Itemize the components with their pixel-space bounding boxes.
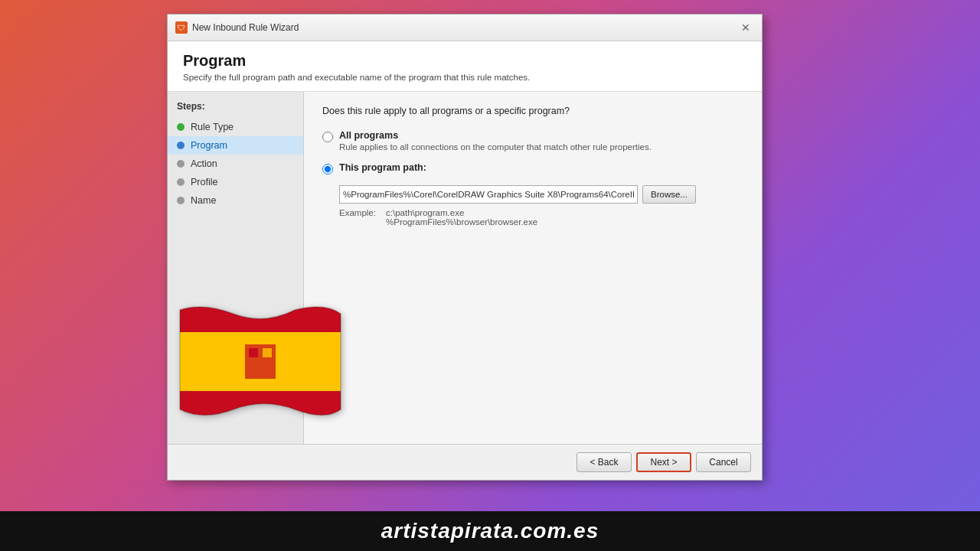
title-bar-left: 🛡 New Inbound Rule Wizard — [175, 21, 299, 34]
page-title: Program — [183, 52, 746, 70]
example-label: Example: — [339, 208, 381, 227]
step-dot-profile — [177, 178, 185, 186]
sidebar-item-rule-type[interactable]: Rule Type — [168, 118, 303, 136]
path-row: Browse... — [339, 185, 743, 204]
all-programs-desc: Rule applies to all connections on the c… — [339, 142, 652, 152]
dialog-header: Program Specify the full program path an… — [168, 41, 762, 92]
watermark-text: artistapirata.com.es — [381, 519, 599, 543]
this-program-label: This program path: — [339, 162, 426, 173]
this-program-content: This program path: — [339, 162, 426, 173]
sidebar-item-profile[interactable]: Profile — [168, 173, 303, 191]
all-programs-option[interactable]: All programs Rule applies to all connect… — [322, 130, 743, 152]
sidebar-item-name[interactable]: Name — [168, 191, 303, 210]
spain-flag — [172, 302, 348, 421]
this-program-radio[interactable] — [322, 164, 333, 174]
program-path-input[interactable] — [339, 185, 638, 204]
title-bar: 🛡 New Inbound Rule Wizard ✕ — [168, 15, 762, 41]
all-programs-label: All programs — [339, 130, 652, 141]
watermark-bar: artistapirata.com.es — [0, 511, 980, 551]
sidebar-item-program[interactable]: Program — [168, 136, 303, 155]
example-row: Example: c:\path\program.exe %ProgramFil… — [339, 208, 743, 227]
example-values: c:\path\program.exe %ProgramFiles%\brows… — [386, 208, 537, 227]
close-button[interactable]: ✕ — [737, 19, 754, 36]
title-bar-text: New Inbound Rule Wizard — [192, 22, 299, 33]
main-content: Does this rule apply to all programs or … — [304, 92, 762, 444]
wizard-icon: 🛡 — [175, 21, 188, 34]
example-line1: c:\path\program.exe — [386, 208, 537, 217]
step-label-name: Name — [191, 195, 216, 206]
all-programs-content: All programs Rule applies to all connect… — [339, 130, 652, 152]
step-label-action: Action — [191, 158, 217, 169]
cancel-button[interactable]: Cancel — [696, 452, 751, 472]
step-label-profile: Profile — [191, 177, 217, 187]
back-button[interactable]: < Back — [577, 452, 632, 472]
question-text: Does this rule apply to all programs or … — [322, 106, 743, 116]
page-description: Specify the full program path and execut… — [183, 73, 746, 82]
svg-rect-4 — [263, 348, 272, 357]
step-dot-name — [177, 197, 185, 204]
example-line2: %ProgramFiles%\browser\browser.exe — [386, 217, 537, 227]
steps-label: Steps: — [168, 101, 303, 118]
all-programs-radio[interactable] — [322, 132, 333, 142]
step-label-rule-type: Rule Type — [191, 122, 234, 132]
sidebar-item-action[interactable]: Action — [168, 155, 303, 173]
this-program-option[interactable]: This program path: — [322, 162, 743, 174]
step-dot-rule-type — [177, 123, 185, 131]
step-dot-program — [177, 142, 185, 149]
step-dot-action — [177, 160, 185, 168]
svg-rect-3 — [249, 348, 258, 357]
step-label-program: Program — [191, 140, 227, 151]
dialog-footer: < Back Next > Cancel — [168, 444, 762, 480]
next-button[interactable]: Next > — [636, 452, 691, 472]
browse-button[interactable]: Browse... — [642, 185, 696, 204]
